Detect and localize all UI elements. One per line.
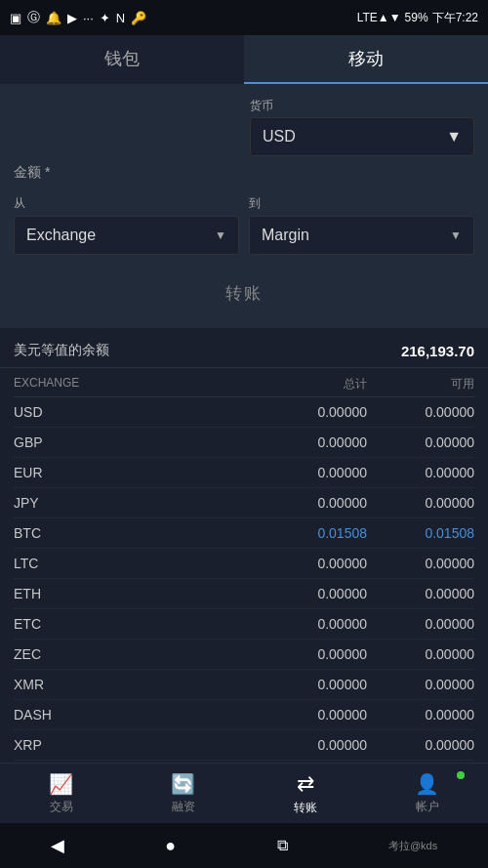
transfer-nav-label: 转账: [294, 800, 317, 816]
battery-level: 59%: [405, 11, 428, 24]
status-left-icons: ▣ Ⓖ 🔔 ▶ ··· ✦ N 🔑: [10, 9, 146, 26]
row-available: 0.00000: [367, 434, 474, 450]
table-row: BTC 0.01508 0.01508: [14, 518, 474, 549]
row-available: 0.00000: [367, 404, 474, 420]
transfer-button[interactable]: 转账: [225, 282, 263, 305]
exchange-table: EXCHANGE 总计 可用 USD 0.00000 0.00000 GBP 0…: [0, 368, 488, 761]
currency-row: 货币 USD ▼: [14, 98, 474, 156]
bottom-nav: 📈 交易 🔄 融资 ⇄ 转账 👤 帐户: [0, 763, 488, 823]
back-button[interactable]: ◀: [51, 835, 64, 856]
row-total: 0.00000: [260, 646, 367, 662]
system-nav: ◀ ● ⧉ 考拉@kds: [0, 823, 488, 868]
amount-label: 金额 *: [14, 164, 248, 182]
transfer-icon: ⇄: [297, 771, 314, 797]
nav-transfer[interactable]: ⇄ 转账: [244, 764, 366, 823]
row-name: ETC: [14, 616, 260, 632]
table-row: XMR 0.00000 0.00000: [14, 670, 474, 700]
row-name: JPY: [14, 495, 260, 511]
status-right-info: LTE▲▼ 59% 下午7:22: [357, 10, 478, 26]
row-available: 0.00000: [367, 465, 474, 480]
icon-dots: ···: [83, 11, 94, 25]
table-row: EUR 0.00000 0.00000: [14, 458, 474, 488]
table-row: GBP 0.00000 0.00000: [14, 428, 474, 458]
to-value: Margin: [262, 227, 309, 244]
row-name: EUR: [14, 465, 260, 480]
row-available: 0.00000: [367, 707, 474, 723]
icon-bell: 🔔: [46, 11, 61, 25]
balance-label: 美元等值的余额: [14, 342, 109, 359]
current-time: 下午7:22: [432, 10, 478, 26]
from-dropdown[interactable]: Exchange ▼: [14, 216, 239, 255]
icon-square: ▣: [10, 11, 21, 25]
row-name: LTC: [14, 556, 260, 571]
from-label: 从: [14, 195, 239, 212]
balance-value: 216,193.70: [401, 343, 474, 359]
nav-funding[interactable]: 🔄 融资: [122, 764, 244, 823]
from-group: 从 Exchange ▼: [14, 195, 239, 255]
tab-transfer[interactable]: 移动: [244, 35, 488, 84]
row-available: 0.00000: [367, 646, 474, 662]
row-total: 0.00000: [260, 616, 367, 632]
account-dot: [457, 771, 465, 779]
row-name: DASH: [14, 707, 260, 723]
table-rows: USD 0.00000 0.00000 GBP 0.00000 0.00000 …: [14, 397, 474, 761]
row-name: ZEC: [14, 646, 260, 662]
to-group: 到 Margin ▼: [249, 195, 474, 255]
brand-label: 考拉@kds: [388, 839, 437, 853]
icon-play: ▶: [67, 11, 77, 25]
row-name: USD: [14, 404, 260, 420]
row-available: 0.00000: [367, 586, 474, 601]
currency-label: 货币: [250, 98, 474, 114]
trading-label: 交易: [50, 799, 73, 815]
icon-nfc: N: [116, 11, 125, 25]
row-name: GBP: [14, 434, 260, 450]
funding-icon: 🔄: [171, 772, 195, 796]
row-total: 0.00000: [260, 707, 367, 723]
row-total: 0.00000: [260, 586, 367, 601]
row-total: 0.00000: [260, 677, 367, 692]
row-total: 0.00000: [260, 434, 367, 450]
icon-bluetooth: ✦: [100, 11, 110, 25]
table-row: ZEC 0.00000 0.00000: [14, 640, 474, 670]
row-total: 0.01508: [260, 525, 367, 541]
row-available: 0.01508: [367, 525, 474, 541]
status-bar: ▣ Ⓖ 🔔 ▶ ··· ✦ N 🔑 LTE▲▼ 59% 下午7:22: [0, 0, 488, 35]
row-name: BTC: [14, 525, 260, 541]
recents-button[interactable]: ⧉: [277, 837, 288, 854]
row-available: 0.00000: [367, 495, 474, 511]
row-available: 0.00000: [367, 737, 474, 753]
table-row: JPY 0.00000 0.00000: [14, 488, 474, 518]
to-dropdown[interactable]: Margin ▼: [249, 216, 474, 255]
icon-g: Ⓖ: [27, 9, 40, 26]
row-name: ETH: [14, 586, 260, 601]
icon-key: 🔑: [131, 11, 146, 25]
table-row: ETH 0.00000 0.00000: [14, 579, 474, 609]
currency-dropdown[interactable]: USD ▼: [250, 117, 474, 156]
to-label: 到: [249, 195, 474, 212]
form-area: 货币 USD ▼ 金额 * 从 Exchange ▼ 到 Margin ▼: [0, 84, 488, 328]
total-header: 总计: [260, 376, 367, 393]
section-label: EXCHANGE: [14, 376, 260, 393]
row-name: XMR: [14, 677, 260, 692]
row-total: 0.00000: [260, 465, 367, 480]
home-button[interactable]: ●: [165, 836, 176, 856]
nav-trading[interactable]: 📈 交易: [0, 764, 122, 823]
row-available: 0.00000: [367, 677, 474, 692]
row-total: 0.00000: [260, 495, 367, 511]
table-row: ETC 0.00000 0.00000: [14, 609, 474, 640]
row-total: 0.00000: [260, 556, 367, 571]
to-arrow-icon: ▼: [450, 228, 462, 242]
from-to-row: 从 Exchange ▼ 到 Margin ▼: [14, 195, 474, 255]
account-label: 帐户: [416, 799, 439, 815]
currency-arrow-icon: ▼: [446, 128, 462, 145]
row-name: XRP: [14, 737, 260, 753]
tab-wallet[interactable]: 钱包: [0, 35, 244, 84]
nav-account[interactable]: 👤 帐户: [366, 764, 488, 823]
row-total: 0.00000: [260, 404, 367, 420]
available-header: 可用: [367, 376, 474, 393]
table-row: USD 0.00000 0.00000: [14, 397, 474, 428]
table-row: DASH 0.00000 0.00000: [14, 700, 474, 730]
balance-section: 美元等值的余额 216,193.70: [0, 328, 488, 368]
transfer-btn-row: 转账: [14, 270, 474, 318]
account-icon: 👤: [415, 772, 439, 796]
